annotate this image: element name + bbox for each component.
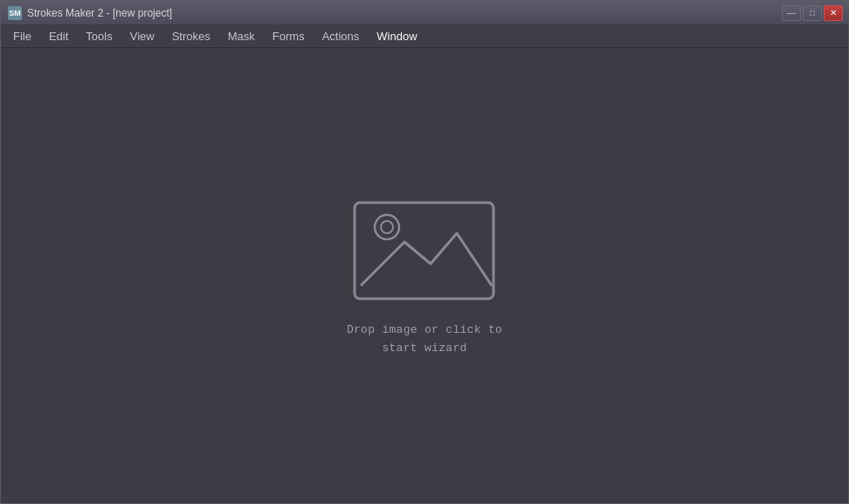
window-controls: — □ ✕ [782,5,843,21]
menu-item-window[interactable]: Window [368,27,425,45]
menu-bar: FileEditToolsViewStrokesMaskFormsActions… [1,25,848,48]
close-button[interactable]: ✕ [824,5,843,21]
menu-item-strokes[interactable]: Strokes [163,27,219,45]
window-title: Strokes Maker 2 - [new project] [27,7,172,19]
menu-item-tools[interactable]: Tools [77,27,121,45]
image-placeholder-icon [348,194,500,307]
menu-item-mask[interactable]: Mask [219,27,264,45]
drop-area[interactable]: Drop image or click to start wizard [347,194,502,358]
maximize-button[interactable]: □ [803,5,822,21]
menu-item-edit[interactable]: Edit [40,27,77,45]
title-bar: SM Strokes Maker 2 - [new project] — □ ✕ [1,1,848,25]
application-window: SM Strokes Maker 2 - [new project] — □ ✕… [0,0,849,504]
menu-item-actions[interactable]: Actions [314,27,369,45]
title-bar-left: SM Strokes Maker 2 - [new project] [8,6,172,20]
minimize-button[interactable]: — [782,5,801,21]
app-icon: SM [8,6,22,20]
menu-item-forms[interactable]: Forms [264,27,314,45]
svg-point-1 [375,215,399,239]
drop-area-text: Drop image or click to start wizard [347,321,502,358]
menu-item-view[interactable]: View [121,27,163,45]
svg-rect-0 [355,203,494,299]
svg-point-2 [381,221,393,233]
main-content: Drop image or click to start wizard [1,48,848,503]
menu-item-file[interactable]: File [4,27,40,45]
